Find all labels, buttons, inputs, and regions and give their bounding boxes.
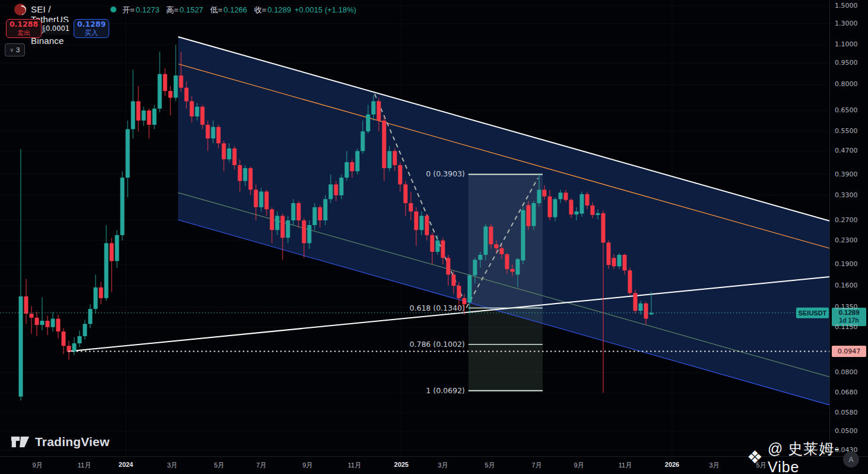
candle-body [345, 162, 349, 178]
candle-body [179, 75, 183, 88]
candle-body [580, 194, 584, 214]
candle-body [462, 298, 467, 304]
candle-body [350, 162, 354, 171]
candle-body [211, 127, 216, 138]
candle-body [468, 276, 472, 303]
candle-body [500, 248, 504, 254]
high-label: 高= [166, 5, 179, 14]
candle-body [639, 304, 643, 311]
candle-body [612, 258, 616, 266]
candle-body [308, 225, 312, 243]
candle-body [201, 107, 205, 125]
candle-body [393, 151, 397, 165]
candle-body [446, 258, 451, 274]
candle-body [430, 235, 435, 252]
candle-body [227, 148, 232, 159]
symbol-tag-text: SEIUSDT [799, 309, 827, 317]
candle-body [153, 109, 157, 125]
fib-retracement-zones[interactable] [468, 174, 543, 390]
price-scale-label: 0.0500 [835, 427, 858, 435]
time-scale-month-label: 3月 [167, 461, 177, 470]
candle-body [275, 216, 280, 230]
candle-body [382, 121, 387, 168]
fib-level-label: 1 (0.0692) [426, 386, 465, 395]
candle-body [361, 131, 365, 151]
candle-body [441, 241, 445, 258]
candle-body [233, 148, 237, 165]
fib-zone [468, 174, 543, 308]
candle-body [88, 309, 93, 324]
time-scale-year-label: 2025 [394, 461, 408, 468]
price-scale-label: 0.3300 [835, 191, 858, 199]
candle-body [356, 151, 360, 171]
fib-level-label: 0.618 (0.1340) [410, 304, 465, 312]
low-value: 0.1266 [224, 5, 248, 14]
sell-price: 0.1288 [9, 20, 38, 29]
open-label: 开= [122, 5, 135, 14]
candle-body [19, 296, 23, 397]
candle-body [548, 197, 552, 217]
tradingview-logo[interactable]: TradingView [11, 434, 110, 450]
price-scale-label: 0.1150 [835, 323, 858, 331]
candle-body [505, 254, 509, 269]
candle-body [425, 216, 429, 235]
price-scale-label: 0.3900 [835, 170, 858, 178]
sei-logo-icon [14, 4, 26, 15]
price-scale-label: 0.6500 [835, 106, 858, 114]
buy-label: 买入 [85, 29, 98, 37]
candle-body [457, 286, 461, 298]
price-scale-label: 0.4700 [835, 147, 858, 154]
candle-body [340, 178, 344, 195]
collapse-count: 3 [16, 46, 20, 53]
time-scale[interactable]: 9月11月20243月5月7月9月11月20253月5月7月9月11月20263… [0, 456, 868, 474]
candle-body [265, 191, 269, 209]
candle-body [126, 129, 130, 178]
candle-body [484, 226, 488, 255]
candle-body [115, 235, 119, 261]
candle-body [121, 178, 125, 235]
candle-body [222, 143, 226, 159]
candle-body [185, 88, 189, 102]
candle-body [398, 165, 403, 184]
candle-body [281, 216, 285, 238]
time-scale-month-label: 9月 [574, 461, 584, 470]
time-scale-year-label: 2026 [665, 461, 679, 468]
candle-body [628, 270, 632, 293]
market-status-dot-icon [110, 7, 116, 12]
candle-body [532, 203, 536, 226]
price-chart-canvas[interactable]: 0 (0.3903)0.618 (0.1340)0.786 (0.1002)1 … [0, 0, 829, 456]
fib-level-label: 0 (0.3903) [426, 169, 465, 178]
fib-level-label: 0.786 (0.1002) [410, 340, 465, 349]
sell-button[interactable]: 0.1288 卖出 [6, 19, 42, 38]
collapse-drawings-button[interactable]: ∨ 3 [5, 43, 25, 56]
price-scale-label: 0.1600 [835, 282, 858, 289]
candle-body [94, 287, 98, 309]
chart-pane[interactable]: 0 (0.3903)0.618 (0.1340)0.786 (0.1002)1 … [0, 0, 829, 456]
price-scale-label: 0.2700 [835, 216, 858, 224]
time-scale-month-label: 3月 [709, 461, 719, 470]
price-scale-label: 0.1900 [835, 260, 858, 268]
candle-body [521, 210, 525, 261]
candle-body [644, 304, 648, 319]
level-price-badge: 0.0947 [832, 346, 866, 357]
candle-body [142, 110, 146, 121]
candle-body [564, 192, 568, 200]
candle-body [436, 241, 440, 252]
candle-body [137, 101, 141, 120]
candle-body [24, 296, 28, 314]
candle-body [473, 260, 477, 275]
candle-body [46, 321, 50, 327]
symbol-price-tag: SEIUSDT [796, 308, 829, 318]
candle-body [158, 74, 162, 109]
candle-body [527, 205, 531, 226]
buy-button[interactable]: 0.1289 买入 [74, 19, 109, 38]
buy-price: 0.1289 [77, 20, 106, 29]
candle-body [243, 168, 248, 181]
candle-body [366, 115, 370, 132]
time-scale-month-label: 9月 [302, 461, 312, 470]
price-scale[interactable]: 0.0947 0.1289 1d 17h 1.50001.30001.10000… [829, 0, 868, 456]
candle-body [596, 213, 600, 215]
candle-body [131, 101, 135, 129]
change-value: +0.0015 (+1.18%) [294, 5, 356, 14]
candle-body [286, 220, 290, 238]
